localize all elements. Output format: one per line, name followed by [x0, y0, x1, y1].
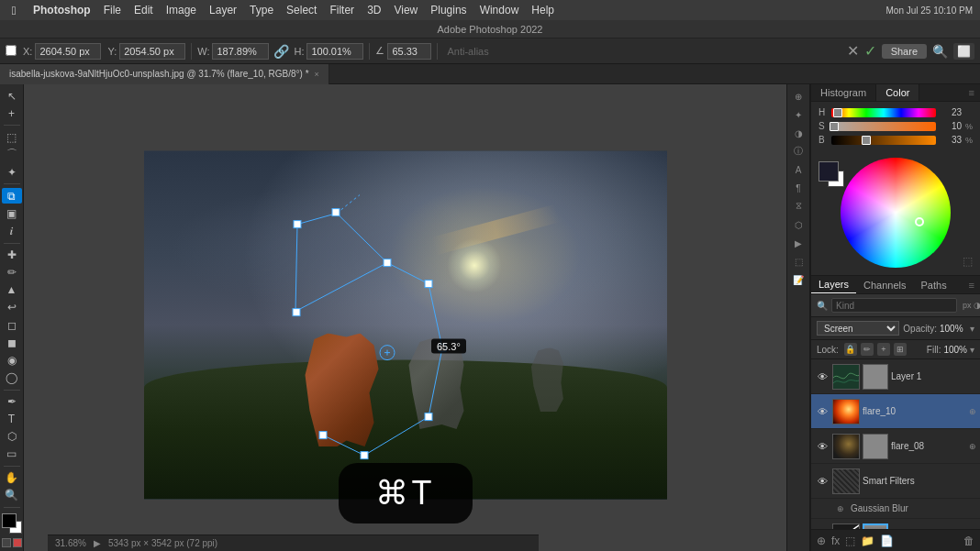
delete-layer-btn[interactable]: 🗑	[963, 534, 974, 547]
hue-slider[interactable]	[831, 108, 936, 117]
tab-histogram[interactable]: Histogram	[811, 84, 876, 101]
layers-panel-menu[interactable]: ≡	[963, 277, 980, 293]
tool-hand[interactable]: ✋	[2, 470, 22, 486]
3d-icon[interactable]: ⬡	[790, 216, 807, 233]
layer-style-btn[interactable]: fx	[831, 534, 840, 547]
tool-lasso[interactable]: ⌒	[2, 147, 22, 162]
channels-strip-icon[interactable]: ⧖	[790, 198, 807, 215]
lock-artboard-btn[interactable]: ⊞	[894, 343, 907, 356]
color-panel-menu[interactable]: ≡	[963, 84, 980, 101]
tool-gradient[interactable]: ◼	[2, 335, 22, 350]
menu-type[interactable]: Type	[250, 4, 273, 17]
layer-visibility-flare08[interactable]: 👁	[815, 439, 830, 454]
lock-position-btn[interactable]: +	[877, 343, 890, 356]
layer-item-layer1[interactable]: 👁 Layer 1	[811, 359, 980, 394]
tool-artboard[interactable]: +	[2, 105, 22, 121]
library-icon[interactable]: ✦	[790, 106, 807, 123]
menu-3d[interactable]: 3D	[367, 4, 381, 17]
layer-item-curves2[interactable]: 👁 Curves 2 ⊕	[811, 519, 980, 529]
opacity-chevron[interactable]: ▾	[970, 324, 974, 334]
transform-checkbox[interactable]	[6, 45, 17, 56]
menu-image[interactable]: Image	[166, 4, 196, 17]
workspace-icon[interactable]: ⬜	[953, 43, 974, 60]
layer-visibility-smart[interactable]: 👁	[815, 474, 830, 489]
tool-eraser[interactable]: ◻	[2, 317, 22, 333]
w-input[interactable]	[212, 43, 269, 60]
properties-icon[interactable]: ⊕	[790, 88, 807, 105]
tool-pen[interactable]: ✒	[2, 393, 22, 409]
brightness-thumb[interactable]	[862, 136, 871, 145]
tool-eyedropper[interactable]: 𝒊	[2, 224, 22, 239]
confirm-transform-icon[interactable]: ✓	[864, 42, 876, 60]
tab-close-button[interactable]: ×	[315, 70, 319, 79]
document-tab[interactable]: isabella-juskova-9aNltHjuOc0-unsplash.jp…	[0, 64, 329, 84]
blend-mode-select[interactable]: Screen Normal Multiply Overlay	[817, 321, 899, 336]
tool-type[interactable]: T	[2, 412, 22, 427]
layer-visibility-flare10[interactable]: 👁	[815, 404, 830, 419]
tool-stamp[interactable]: ▲	[2, 282, 22, 298]
menu-filter[interactable]: Filter	[329, 4, 354, 17]
tool-path[interactable]: ⬡	[2, 429, 22, 445]
character-icon[interactable]: A	[790, 161, 807, 178]
cancel-transform-icon[interactable]: ✕	[847, 42, 859, 60]
menu-select[interactable]: Select	[286, 4, 317, 17]
angle-input[interactable]	[387, 43, 431, 60]
saturation-slider[interactable]	[831, 122, 936, 131]
filter-pixel-icon[interactable]: px	[963, 301, 972, 310]
add-mask-btn[interactable]: ⬚	[845, 534, 855, 547]
x-input[interactable]	[35, 43, 101, 60]
timeline-icon[interactable]: ▶	[790, 235, 807, 251]
fill-chevron[interactable]: ▾	[970, 345, 974, 355]
layer-item-smart-filters[interactable]: 👁 Smart Filters	[811, 464, 980, 499]
menu-window[interactable]: Window	[480, 4, 519, 17]
app-name[interactable]: Photoshop	[33, 4, 91, 17]
tab-color[interactable]: Color	[876, 84, 919, 101]
fill-value[interactable]: 100%	[943, 345, 967, 355]
menu-file[interactable]: File	[104, 4, 121, 17]
color-marker[interactable]	[915, 217, 924, 226]
new-layer-btn[interactable]: 📄	[880, 534, 894, 547]
tool-zoom[interactable]: 🔍	[2, 488, 22, 503]
filter-adj-icon[interactable]: ◑	[974, 301, 980, 310]
h-input[interactable]	[306, 43, 363, 60]
brightness-slider[interactable]	[831, 136, 936, 145]
foreground-swatch[interactable]	[819, 161, 839, 182]
tool-brush[interactable]: ✏	[2, 265, 22, 281]
layer-visibility-layer1[interactable]: 👁	[815, 369, 830, 384]
frames-icon[interactable]: ⬚	[790, 253, 807, 270]
layer-subitem-gaussian-blur[interactable]: ⊕ Gaussian Blur	[811, 499, 980, 519]
quick-mask-btn[interactable]	[13, 538, 22, 547]
color-chips[interactable]	[2, 513, 22, 534]
foreground-color-chip[interactable]	[2, 513, 17, 528]
info-icon[interactable]: ⓘ	[790, 143, 807, 160]
tool-marquee[interactable]: ⬚	[2, 129, 22, 145]
menu-layer[interactable]: Layer	[209, 4, 237, 17]
menu-help[interactable]: Help	[531, 4, 554, 17]
share-button[interactable]: Share	[882, 44, 927, 59]
tool-dodge[interactable]: ◯	[2, 369, 22, 385]
opacity-value[interactable]: 100%	[940, 324, 967, 334]
tool-history[interactable]: ↩	[2, 300, 22, 315]
notes-icon[interactable]: 📝	[790, 271, 807, 288]
tool-move[interactable]: ↖	[2, 88, 22, 104]
tool-select[interactable]: ✦	[2, 164, 22, 180]
layer-search-input[interactable]	[831, 298, 957, 313]
paragraph-icon[interactable]: ¶	[790, 180, 807, 196]
add-adjustment-layer-btn[interactable]: ⊕	[817, 534, 826, 547]
lock-transparency-btn[interactable]: 🔒	[844, 343, 857, 356]
tool-blur[interactable]: ◉	[2, 352, 22, 368]
tool-shape[interactable]: ▭	[2, 446, 22, 462]
new-group-btn[interactable]: 📁	[861, 534, 874, 547]
menu-view[interactable]: View	[394, 4, 418, 17]
normal-mode-btn[interactable]	[2, 538, 11, 547]
menu-plugins[interactable]: Plugins	[430, 4, 466, 17]
lock-image-btn[interactable]: ✏	[861, 343, 874, 356]
menu-edit[interactable]: Edit	[134, 4, 153, 17]
y-input[interactable]	[119, 43, 185, 60]
color-wheel[interactable]	[841, 158, 951, 268]
checkbox-area[interactable]	[6, 45, 17, 58]
apple-icon[interactable]: 	[7, 4, 20, 17]
layer-option-icon-flare10[interactable]: ⊕	[969, 407, 976, 416]
saturation-thumb[interactable]	[830, 122, 839, 131]
layer-item-flare08[interactable]: 👁 flare_08 ⊕	[811, 429, 980, 464]
